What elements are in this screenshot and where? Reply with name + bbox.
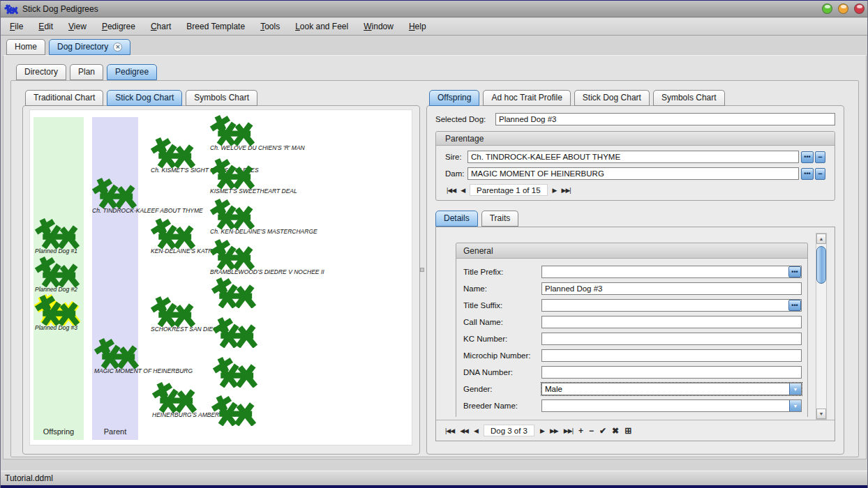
- dog-node[interactable]: [149, 295, 196, 327]
- dog-node[interactable]: [210, 276, 257, 308]
- gender-combobox[interactable]: Male▼: [541, 383, 802, 395]
- scroll-up-icon[interactable]: ▲: [816, 234, 826, 244]
- nav-last-button[interactable]: ▶▶|: [561, 185, 570, 196]
- tab-symbols-chart[interactable]: Symbols Chart: [653, 90, 725, 106]
- nav-grid-button[interactable]: ⊞: [624, 425, 631, 436]
- scroll-down-icon[interactable]: ▼: [816, 409, 826, 419]
- selected-dog-field[interactable]: Planned Dog #3: [495, 113, 835, 125]
- breeder-name-combobox[interactable]: ▼: [541, 399, 802, 412]
- sire-field[interactable]: Ch. TINDROCK-KALEEF ABOUT THYME: [467, 151, 799, 163]
- nav-first-button[interactable]: |◀◀: [445, 425, 454, 436]
- nav-prev-button[interactable]: ◀: [461, 185, 465, 196]
- tab-dog-directory[interactable]: Dog Directory✕: [49, 39, 130, 55]
- kc-number-fieldwrap: [541, 333, 802, 345]
- menu-item-help[interactable]: Help: [401, 18, 434, 35]
- restore-button[interactable]: [838, 3, 848, 14]
- nav-last-button[interactable]: ▶▶|: [564, 425, 573, 436]
- dog-node[interactable]: [93, 337, 140, 369]
- nav-ffwd-button[interactable]: ▶▶: [550, 425, 558, 436]
- nav-next-button[interactable]: ▶: [553, 185, 557, 196]
- menu-item-pedigree[interactable]: Pedigree: [94, 18, 143, 35]
- dropdown-arrow-icon[interactable]: ▼: [789, 400, 801, 411]
- dog-node[interactable]: [209, 238, 255, 270]
- nav-cancel-button[interactable]: ✖: [612, 425, 619, 436]
- general-header: General: [456, 243, 807, 259]
- tab-traditional-chart[interactable]: Traditional Chart: [25, 90, 103, 106]
- tab-stick-dog-chart[interactable]: Stick Dog Chart: [107, 90, 182, 106]
- sire-lookup-button[interactable]: •••: [801, 151, 814, 163]
- dog-node[interactable]: [33, 217, 80, 249]
- splitter-grip[interactable]: [420, 268, 424, 272]
- details-scrollbar[interactable]: ▲ ▼: [816, 233, 827, 420]
- dna-number-input[interactable]: [541, 366, 802, 379]
- tab-home[interactable]: Home: [6, 39, 45, 55]
- menu-item-tools[interactable]: Tools: [253, 18, 287, 35]
- title-prefix-input[interactable]: [541, 266, 802, 278]
- kc-number-input[interactable]: [541, 333, 802, 345]
- menu-item-view[interactable]: View: [61, 18, 94, 35]
- nav-rewind-button[interactable]: ◀◀: [460, 425, 468, 436]
- menu-item-edit[interactable]: Edit: [31, 18, 61, 35]
- dog-node[interactable]: [210, 394, 257, 426]
- nav-prev-button[interactable]: ◀: [474, 425, 478, 436]
- tab-symbols-chart[interactable]: Symbols Chart: [186, 90, 257, 106]
- menu-item-look-and-feel[interactable]: Look and Feel: [287, 18, 356, 35]
- dog-node[interactable]: [211, 316, 258, 348]
- nav-first-button[interactable]: |◀◀: [447, 185, 456, 196]
- dam-field[interactable]: MAGIC MOMENT OF HEINERBURG: [467, 167, 799, 180]
- minimize-button[interactable]: [822, 3, 832, 14]
- tab-ad-hoc-trait-profile[interactable]: Ad hoc Trait Profile: [483, 90, 570, 106]
- nav-next-button[interactable]: ▶: [540, 425, 544, 436]
- dog-node[interactable]: [149, 136, 196, 168]
- dog-node[interactable]: [209, 197, 255, 229]
- dog-node[interactable]: [211, 356, 258, 388]
- window-bottom-edge: [1, 485, 868, 488]
- name-input[interactable]: Planned Dog #3: [541, 282, 802, 295]
- dog-node[interactable]: [149, 217, 196, 249]
- close-tab-icon[interactable]: ✕: [113, 43, 122, 52]
- menu-item-breed-template[interactable]: Breed Template: [179, 18, 253, 35]
- call-name-label: Call Name:: [463, 318, 541, 326]
- selected-dog-label: Selected Dog:: [435, 115, 495, 123]
- dog-node[interactable]: [209, 114, 255, 146]
- record-position-label: Dog 3 of 3: [484, 425, 534, 436]
- tab-directory[interactable]: Directory: [16, 64, 66, 80]
- field-row-gender: Gender:Male▼: [463, 383, 802, 395]
- menu-item-chart[interactable]: Chart: [143, 18, 179, 35]
- dog-node[interactable]: [91, 176, 137, 208]
- scrollbar-thumb[interactable]: [816, 246, 826, 284]
- dropdown-arrow-icon[interactable]: ▼: [789, 383, 801, 395]
- title-prefix-lookup-button[interactable]: •••: [788, 266, 801, 277]
- tab-details[interactable]: Details: [435, 211, 478, 227]
- nav-remove-button[interactable]: −: [589, 425, 594, 436]
- dog-node[interactable]: [209, 157, 255, 189]
- kc-number-label: KC Number:: [463, 335, 541, 343]
- dna-number-fieldwrap: [541, 366, 802, 379]
- dog-node[interactable]: [151, 381, 197, 413]
- menu-item-window[interactable]: Window: [356, 18, 401, 35]
- title-suffix-lookup-button[interactable]: •••: [788, 300, 801, 311]
- tab-pedigree[interactable]: Pedigree: [107, 64, 157, 80]
- window-controls: [822, 3, 865, 14]
- dog-node[interactable]: [33, 255, 80, 287]
- microchip-number-input[interactable]: [541, 349, 802, 362]
- nav-add-button[interactable]: +: [578, 425, 583, 436]
- tab-traits[interactable]: Traits: [481, 211, 519, 227]
- tab-label: Stick Dog Chart: [583, 93, 641, 102]
- tab-stick-dog-chart[interactable]: Stick Dog Chart: [574, 90, 650, 106]
- tab-label: Offspring: [437, 93, 471, 102]
- nav-commit-button[interactable]: ✔: [599, 425, 606, 436]
- gender-value: Male: [542, 383, 789, 395]
- close-button[interactable]: [854, 3, 865, 14]
- sire-label: Sire:: [445, 153, 467, 161]
- sire-remove-button[interactable]: −: [815, 151, 825, 163]
- menu-item-file[interactable]: File: [2, 18, 31, 35]
- title-suffix-input[interactable]: [541, 299, 802, 312]
- dam-lookup-button[interactable]: •••: [801, 168, 814, 180]
- tab-offspring[interactable]: Offspring: [429, 90, 479, 106]
- dam-remove-button[interactable]: −: [815, 168, 825, 180]
- call-name-input[interactable]: [541, 316, 802, 328]
- dog-node-selected[interactable]: [33, 293, 80, 326]
- tab-plan[interactable]: Plan: [70, 64, 103, 80]
- breeder-name-label: Breeder Name:: [463, 402, 541, 410]
